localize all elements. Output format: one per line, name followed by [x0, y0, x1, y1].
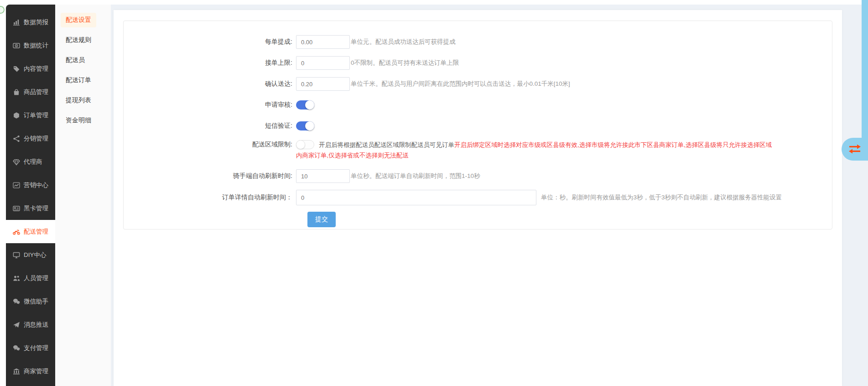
sidebar-item-delivery-mgmt[interactable]: 配送管理	[6, 220, 55, 243]
sidebar-item-agents[interactable]: 代理商	[6, 150, 55, 173]
order-detail-refresh-input[interactable]	[296, 190, 536, 205]
form-row-order-detail-refresh: 订单详情自动刷新时间： 单位：秒。刷新时间有效值最低为3秒，低于3秒则不自动刷新…	[124, 190, 832, 205]
sidebar-item-distribution-mgmt[interactable]: 分销管理	[6, 127, 55, 150]
admin-app: 数据简报数据统计内容管理商品管理订单管理分销管理代理商营销中心黑卡管理配送管理D…	[0, 0, 868, 386]
toggle-knob	[305, 121, 314, 130]
sidebar-item-label: 内容管理	[24, 65, 48, 73]
content-panel: 每单提成: 单位元。配送员成功送达后可获得提成 接单上限: 0不限制。配送员可持…	[114, 10, 842, 386]
pay-icon	[13, 344, 20, 352]
sidebar-item-merchant-mgmt[interactable]: 商家管理	[6, 360, 55, 383]
bag-icon	[13, 89, 20, 96]
sidebar-item-payment-mgmt[interactable]: 支付管理	[6, 336, 55, 360]
submenu-item-label: 提现列表	[61, 93, 96, 108]
field-label: 骑手端自动刷新时间:	[124, 172, 292, 180]
wechat-icon	[13, 298, 20, 305]
left-edge-strip	[0, 0, 6, 386]
field-help: 单位元。配送员成功送达后可获得提成	[351, 38, 456, 46]
submenu-item-delivery-orders[interactable]: 配送订单	[55, 70, 111, 90]
field-label: 接单上限:	[124, 59, 292, 67]
form-row-order-limit: 接单上限: 0不限制。配送员可持有未送达订单上限	[124, 56, 832, 70]
delivery-submenu: 配送设置配送规则配送员配送订单提现列表资金明细	[55, 5, 111, 386]
sidebar-item-label: 商家管理	[24, 367, 48, 376]
sidebar-item-message-push[interactable]: 消息推送	[6, 313, 55, 336]
submenu-item-fund-details[interactable]: 资金明细	[55, 110, 111, 130]
swap-arrows-icon	[848, 144, 862, 155]
form-row-confirm-distance: 确认送达: 单位千米。配送员与用户间距离在此范围内时可以点击送达，最小0.01千…	[124, 77, 832, 91]
sidebar-item-label: 分销管理	[24, 135, 48, 143]
share-icon	[13, 135, 20, 142]
trend-icon	[13, 182, 20, 189]
content-area: 每单提成: 单位元。配送员成功送达后可获得提成 接单上限: 0不限制。配送员可持…	[111, 5, 868, 386]
field-help: 单位：秒。刷新时间有效值最低为3秒，低于3秒则不自动刷新，建议根据服务器性能设置	[541, 193, 782, 202]
sidebar-item-label: 代理商	[24, 158, 42, 166]
sidebar-item-label: 消息推送	[24, 321, 48, 329]
delivery-area-limit-toggle[interactable]	[296, 140, 314, 149]
sms-verify-toggle[interactable]	[296, 121, 314, 130]
form-row-delivery-area-limit: 配送区域限制: 开启后将根据配送员配送区域限制配送员可见订单开启后绑定区域时选择…	[124, 140, 832, 161]
gem-icon	[13, 158, 20, 166]
primary-sidebar: 数据简报数据统计内容管理商品管理订单管理分销管理代理商营销中心黑卡管理配送管理D…	[6, 5, 55, 386]
field-label: 申请审核:	[124, 101, 292, 109]
sidebar-item-data-briefing[interactable]: 数据简报	[6, 10, 55, 34]
field-label: 确认送达:	[124, 80, 292, 88]
submenu-item-label: 配送规则	[61, 33, 96, 47]
stats-icon	[13, 42, 20, 49]
field-help: 开启后将根据配送员配送区域限制配送员可见订单	[319, 141, 454, 148]
submenu-item-delivery-rules[interactable]: 配送规则	[55, 30, 111, 50]
rider-refresh-input[interactable]	[296, 169, 350, 183]
motorcycle-icon	[13, 228, 20, 235]
sidebar-item-label: 微信助手	[24, 297, 48, 306]
corner-badge-icon	[0, 6, 5, 14]
field-help: 单位秒。配送端订单自动刷新时间，范围1-10秒	[351, 172, 480, 180]
collapse-toggle-button[interactable]	[842, 138, 868, 161]
form-row-per-order-commission: 每单提成: 单位元。配送员成功送达后可获得提成	[124, 35, 832, 49]
field-label: 短信验证:	[124, 122, 292, 130]
submenu-item-label: 配送员	[61, 53, 90, 68]
tag-icon	[13, 65, 20, 73]
sidebar-item-label: 配送管理	[24, 228, 48, 236]
submenu-item-delivery-staff[interactable]: 配送员	[55, 50, 111, 70]
sidebar-item-staff-mgmt[interactable]: 人员管理	[6, 266, 55, 290]
sidebar-item-label: 商品管理	[24, 88, 48, 96]
submenu-item-label: 资金明细	[61, 113, 96, 128]
form-row-apply-review: 申请审核:	[124, 98, 832, 112]
right-edge-strip	[862, 0, 868, 161]
sidebar-item-label: 支付管理	[24, 344, 48, 352]
sidebar-item-data-stats[interactable]: 数据统计	[6, 34, 55, 57]
monitor-icon	[13, 251, 20, 259]
delivery-settings-card: 每单提成: 单位元。配送员成功送达后可获得提成 接单上限: 0不限制。配送员可持…	[123, 21, 832, 230]
sidebar-item-label: 数据简报	[24, 18, 48, 26]
submenu-item-label: 配送订单	[61, 73, 96, 88]
field-label: 订单详情自动刷新时间：	[124, 193, 292, 202]
sidebar-item-goods-mgmt[interactable]: 商品管理	[6, 80, 55, 104]
area-limit-description: 开启后将根据配送员配送区域限制配送员可见订单开启后绑定区域时选择对应市级或区县级…	[296, 140, 773, 161]
form-row-rider-refresh: 骑手端自动刷新时间: 单位秒。配送端订单自动刷新时间，范围1-10秒	[124, 169, 832, 183]
confirm-distance-input[interactable]	[296, 77, 350, 91]
card-icon	[13, 205, 20, 212]
field-label: 配送区域限制:	[124, 140, 292, 149]
field-help: 0不限制。配送员可持有未送达订单上限	[351, 59, 459, 67]
toggle-knob	[305, 100, 314, 110]
order-limit-input[interactable]	[296, 56, 350, 70]
apply-review-toggle[interactable]	[296, 100, 314, 110]
bar-chart-icon	[13, 19, 20, 26]
submenu-item-label: 配送设置	[61, 13, 96, 27]
sidebar-item-label: 订单管理	[24, 111, 48, 120]
form-row-sms-verify: 短信验证:	[124, 119, 832, 133]
sidebar-item-label: 黑卡管理	[24, 204, 48, 213]
per-order-commission-input[interactable]	[296, 35, 350, 49]
sidebar-item-marketing-center[interactable]: 营销中心	[6, 173, 55, 197]
sidebar-item-label: DIY中心	[24, 251, 47, 259]
sidebar-item-wechat-assistant[interactable]: 微信助手	[6, 290, 55, 313]
sidebar-item-label: 营销中心	[24, 181, 48, 189]
sidebar-item-label: 人员管理	[24, 274, 48, 282]
toggle-knob	[296, 140, 305, 149]
sidebar-item-blackcard-mgmt[interactable]: 黑卡管理	[6, 197, 55, 220]
sidebar-item-content-mgmt[interactable]: 内容管理	[6, 57, 55, 80]
submenu-item-withdraw-list[interactable]: 提现列表	[55, 90, 111, 110]
field-help: 单位千米。配送员与用户间距离在此范围内时可以点击送达，最小0.01千米[10米]	[351, 80, 570, 88]
submenu-item-delivery-settings[interactable]: 配送设置	[55, 10, 111, 30]
sidebar-item-order-mgmt[interactable]: 订单管理	[6, 104, 55, 127]
sidebar-item-diy-center[interactable]: DIY中心	[6, 243, 55, 266]
submit-button[interactable]: 提交	[307, 212, 336, 227]
